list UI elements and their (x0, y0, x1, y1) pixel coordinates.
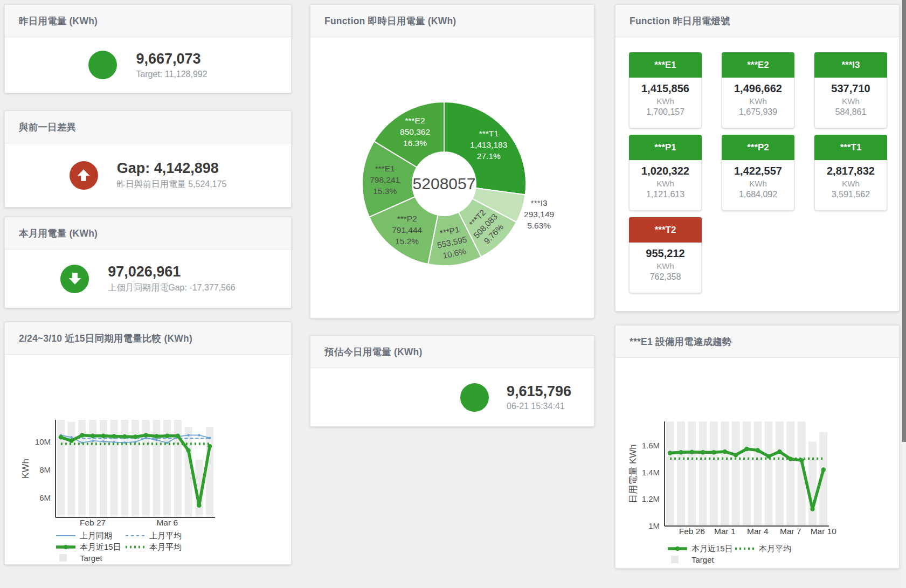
stat-value: Gap: 4,142,898 (117, 160, 227, 177)
tile-target-value: 584,861 (815, 107, 887, 117)
legend-item[interactable]: 上月平均 (126, 531, 182, 540)
svg-text:Target: Target (80, 554, 103, 563)
tile-target-value: 1,700,157 (630, 107, 701, 117)
stat-subtitle: 上個月同期用電Gap: -17,377,566 (108, 282, 236, 294)
arrow-up-icon (70, 161, 98, 190)
svg-text:5.63%: 5.63% (527, 221, 551, 230)
panel-header[interactable]: 本月用電量 (KWh) (5, 217, 291, 250)
svg-text:***I3: ***I3 (531, 198, 548, 207)
svg-text:1,413,183: 1,413,183 (470, 140, 507, 149)
x-tick-label: Mar 10 (811, 527, 837, 536)
svg-text:上月平均: 上月平均 (149, 531, 182, 540)
x-tick-label: Mar 7 (780, 527, 801, 536)
lights-grid: ***E11,415,856KWh1,700,157***E21,496,662… (629, 52, 887, 293)
target-bar (808, 441, 817, 526)
tile-target-value: 1,684,092 (722, 190, 794, 199)
panel-realtime-donut: Function 即時日用電量 (KWh) ***T11,413,18327.1… (310, 4, 594, 319)
stat-subtitle: 昨日與前日用電量 5,524,175 (117, 179, 227, 190)
light-tile-T1: ***T12,817,832KWh3,591,562 (814, 135, 887, 211)
svg-text:上月同期: 上月同期 (80, 531, 112, 540)
panel-month-usage: 本月用電量 (KWh) 97,026,961 上個月同期用電Gap: -17,3… (4, 217, 292, 308)
y-axis-label: KWh (20, 459, 31, 479)
panel-title: 昨日用電量 (KWh) (19, 15, 98, 27)
svg-text:850,362: 850,362 (400, 127, 430, 136)
light-tile-E1: ***E11,415,856KWh1,700,157 (629, 52, 702, 128)
svg-text:本月近15日: 本月近15日 (691, 544, 733, 553)
panel-title: 2/24~3/10 近15日同期用電量比較 (KWh) (19, 332, 192, 345)
tile-name: ***P1 (629, 135, 702, 160)
target-bar (765, 421, 773, 526)
panel-header[interactable]: 昨日用電量 (KWh) (5, 5, 291, 37)
light-tile-I3: ***I3537,710KWh584,861 (814, 52, 887, 128)
tile-value: 1,422,557 (722, 165, 794, 177)
panel-title: ***E1 設備用電達成趨勢 (630, 335, 732, 348)
legend-item[interactable]: 本月平均 (126, 542, 182, 551)
legend-item[interactable]: 本月近15日 (56, 542, 121, 551)
tile-name: ***T1 (814, 135, 887, 160)
target-bar (132, 420, 139, 517)
panel-e1-trend: ***E1 設備用電達成趨勢 1M1.2M1.4M1.6M日用電量 KWhFeb… (615, 325, 900, 569)
realtime-usage-donut-chart[interactable]: ***T11,413,18327.1%***I3293,1495.63%***T… (310, 37, 594, 318)
svg-text:15.2%: 15.2% (395, 237, 419, 246)
panel-title: Function 昨日用電燈號 (630, 15, 730, 27)
light-tile-P2: ***P21,422,557KWh1,684,092 (722, 135, 794, 211)
stat-value: 9,667,073 (136, 51, 207, 67)
tile-name: ***P2 (722, 135, 794, 160)
target-bar (206, 427, 213, 517)
light-tile-E2: ***E21,496,662KWh1,675,939 (722, 52, 794, 128)
tile-name: ***E2 (722, 52, 794, 78)
svg-text:791,444: 791,444 (392, 225, 422, 234)
e1-trend-chart[interactable]: 1M1.2M1.4M1.6M日用電量 KWhFeb 26Mar 1Mar 4Ma… (615, 358, 899, 568)
svg-text:***E1: ***E1 (375, 164, 395, 173)
x-tick-label: Mar 6 (156, 518, 178, 527)
scrollbar-thumb[interactable] (902, 0, 906, 442)
tile-name: ***I3 (814, 52, 887, 78)
stat-subtitle: Target: 11,128,992 (136, 70, 207, 79)
panel-header[interactable]: Function 即時日用電量 (KWh) (310, 5, 594, 37)
tile-target-value: 762,358 (630, 272, 701, 282)
svg-text:798,241: 798,241 (370, 175, 400, 184)
y-tick-label: 1.6M (642, 441, 660, 450)
x-tick-label: Mar 1 (714, 527, 736, 536)
target-bar (185, 427, 192, 517)
panel-header[interactable]: Function 昨日用電燈號 (615, 5, 899, 37)
tile-unit: KWh (722, 179, 794, 188)
x-tick-label: Mar 4 (747, 527, 769, 536)
svg-text:本月平均: 本月平均 (149, 542, 182, 551)
panel-15day-compare: 2/24~3/10 近15日同期用電量比較 (KWh) 6M8M10MKWhFe… (4, 322, 292, 565)
legend-item[interactable]: Target (671, 555, 715, 564)
tile-value: 1,415,856 (630, 82, 701, 95)
y-tick-label: 10M (35, 437, 51, 446)
panel-yesterday-lights: Function 昨日用電燈號 ***E11,415,856KWh1,700,1… (615, 4, 900, 312)
compare-15day-chart[interactable]: 6M8M10MKWhFeb 27Mar 6上月同期上月平均本月近15日本月平均T… (5, 355, 291, 564)
target-bar (688, 421, 696, 526)
light-tile-P1: ***P11,020,322KWh1,121,613 (629, 135, 702, 211)
svg-text:本月近15日: 本月近15日 (80, 542, 121, 551)
tile-target-value: 1,121,613 (630, 190, 701, 199)
tile-value: 955,212 (630, 247, 701, 260)
panel-header[interactable]: 2/24~3/10 近15日同期用電量比較 (KWh) (5, 322, 291, 355)
legend-item[interactable]: 上月同期 (56, 531, 112, 540)
vertical-scrollbar[interactable] (902, 0, 906, 588)
arrow-down-icon (60, 265, 89, 293)
panel-header[interactable]: 預估今日用電量 (KWh) (310, 336, 594, 368)
x-tick-label: Feb 26 (679, 527, 705, 536)
target-bar (776, 421, 784, 526)
status-circle-icon (88, 51, 117, 79)
panel-header[interactable]: ***E1 設備用電達成趨勢 (615, 326, 899, 358)
svg-text:本月平均: 本月平均 (759, 544, 791, 553)
target-bar (732, 421, 740, 526)
stat-value: 97,026,961 (108, 264, 236, 280)
panel-estimate-today: 預估今日用電量 (KWh) 9,615,796 06-21 15:34:41 (310, 335, 594, 427)
svg-text:***E2: ***E2 (405, 116, 425, 125)
legend-item[interactable]: Target (59, 554, 103, 563)
panel-header[interactable]: 與前一日差異 (5, 111, 291, 143)
svg-text:293,149: 293,149 (524, 210, 554, 219)
legend-item[interactable]: 本月平均 (735, 544, 791, 553)
svg-text:16.3%: 16.3% (403, 139, 427, 148)
y-axis-label: 日用電量 KWh (628, 444, 638, 503)
tile-unit: KWh (722, 96, 794, 106)
tile-unit: KWh (630, 261, 701, 271)
tile-unit: KWh (815, 179, 887, 188)
legend-item[interactable]: 本月近15日 (668, 544, 733, 553)
